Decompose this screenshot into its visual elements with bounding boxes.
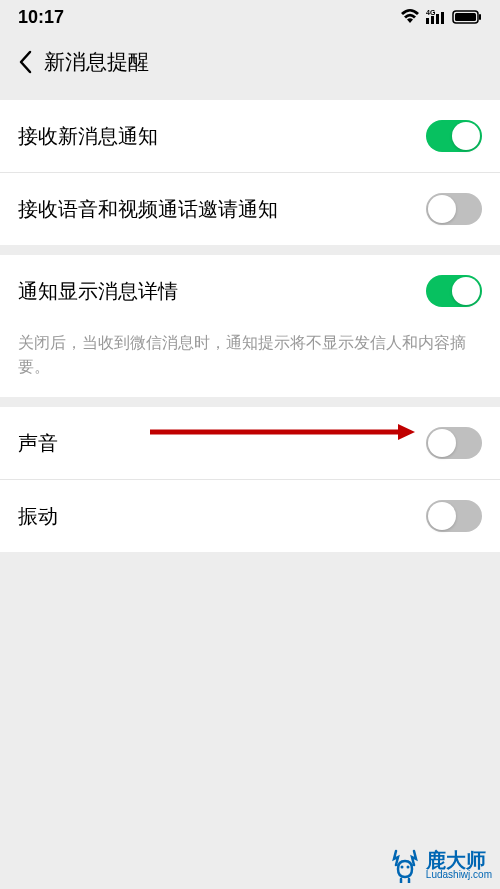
row-sound: 声音: [0, 407, 500, 480]
signal-icon: 4G: [426, 9, 446, 25]
toggle-receive-new-msg[interactable]: [426, 120, 482, 152]
toggle-sound[interactable]: [426, 427, 482, 459]
row-receive-voice-video: 接收语音和视频通话邀请通知: [0, 173, 500, 245]
wifi-icon: [400, 9, 420, 25]
svg-rect-3: [436, 14, 439, 24]
svg-rect-4: [441, 12, 444, 24]
toggle-receive-voice-video[interactable]: [426, 193, 482, 225]
watermark-url: Ludashiwj.com: [426, 870, 492, 880]
watermark: 鹿大师 Ludashiwj.com: [388, 847, 492, 883]
label-receive-voice-video: 接收语音和视频通话邀请通知: [18, 196, 278, 223]
watermark-brand: 鹿大师: [426, 850, 486, 870]
label-show-detail: 通知显示消息详情: [18, 278, 178, 305]
desc-show-detail: 关闭后，当收到微信消息时，通知提示将不显示发信人和内容摘要。: [0, 321, 500, 397]
svg-rect-7: [479, 14, 481, 20]
label-receive-new-msg: 接收新消息通知: [18, 123, 158, 150]
battery-icon: [452, 9, 482, 25]
status-time: 10:17: [18, 7, 64, 28]
svg-point-11: [406, 866, 409, 869]
section-notifications: 接收新消息通知 接收语音和视频通话邀请通知: [0, 100, 500, 245]
watermark-logo-icon: [388, 847, 422, 883]
status-bar: 10:17 4G: [0, 0, 500, 34]
toggle-show-detail[interactable]: [426, 275, 482, 307]
section-sound-vibrate: 声音 振动: [0, 407, 500, 552]
label-vibrate: 振动: [18, 503, 58, 530]
row-show-detail: 通知显示消息详情: [0, 255, 500, 321]
svg-point-10: [400, 866, 403, 869]
back-icon[interactable]: [10, 47, 40, 77]
row-receive-new-msg: 接收新消息通知: [0, 100, 500, 173]
status-icons: 4G: [400, 9, 482, 25]
page-title: 新消息提醒: [44, 48, 149, 76]
svg-text:4G: 4G: [426, 9, 436, 16]
svg-rect-1: [426, 18, 429, 24]
svg-rect-6: [455, 13, 476, 21]
header: 新消息提醒: [0, 34, 500, 90]
svg-rect-2: [431, 16, 434, 24]
label-sound: 声音: [18, 430, 58, 457]
toggle-vibrate[interactable]: [426, 500, 482, 532]
row-vibrate: 振动: [0, 480, 500, 552]
section-detail: 通知显示消息详情 关闭后，当收到微信消息时，通知提示将不显示发信人和内容摘要。: [0, 255, 500, 397]
